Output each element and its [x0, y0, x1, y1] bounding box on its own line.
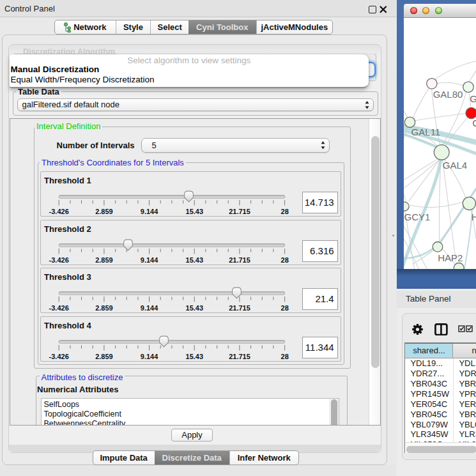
- svg-text:2.859: 2.859: [95, 353, 113, 360]
- svg-text:28: 28: [281, 256, 289, 264]
- svg-text:-3.426: -3.426: [49, 304, 69, 312]
- svg-text:GA: GA: [470, 93, 476, 104]
- svg-text:HAP2: HAP2: [438, 252, 463, 263]
- svg-text:21.715: 21.715: [229, 304, 250, 312]
- svg-text:15.43: 15.43: [186, 256, 204, 264]
- svg-text:9.144: 9.144: [141, 304, 158, 312]
- svg-text:-3.426: -3.426: [49, 353, 69, 360]
- svg-text:9.144: 9.144: [141, 353, 158, 360]
- svg-text:28: 28: [281, 353, 289, 360]
- svg-text:9.144: 9.144: [141, 256, 158, 264]
- svg-text:GCY1: GCY1: [404, 211, 430, 222]
- svg-text:15.43: 15.43: [186, 208, 204, 215]
- svg-text:-3.426: -3.426: [49, 256, 69, 264]
- svg-text:-3.426: -3.426: [49, 208, 69, 215]
- svg-text:GAL4: GAL4: [442, 160, 466, 171]
- svg-text:21.715: 21.715: [229, 256, 250, 264]
- svg-text:15.43: 15.43: [186, 353, 204, 360]
- svg-text:C: C: [472, 118, 476, 128]
- svg-text:2.859: 2.859: [95, 304, 113, 312]
- svg-text:21.715: 21.715: [229, 353, 250, 360]
- svg-text:28: 28: [281, 208, 289, 215]
- svg-text:15.43: 15.43: [186, 304, 204, 312]
- svg-text:28: 28: [281, 304, 289, 312]
- svg-text:2.859: 2.859: [95, 256, 113, 264]
- svg-text:21.715: 21.715: [229, 208, 250, 215]
- svg-text:9.144: 9.144: [141, 208, 158, 215]
- svg-text:H: H: [471, 211, 476, 222]
- svg-text:2.859: 2.859: [95, 208, 113, 215]
- svg-text:GAL80: GAL80: [433, 89, 463, 100]
- svg-text:GAL11: GAL11: [411, 127, 440, 137]
